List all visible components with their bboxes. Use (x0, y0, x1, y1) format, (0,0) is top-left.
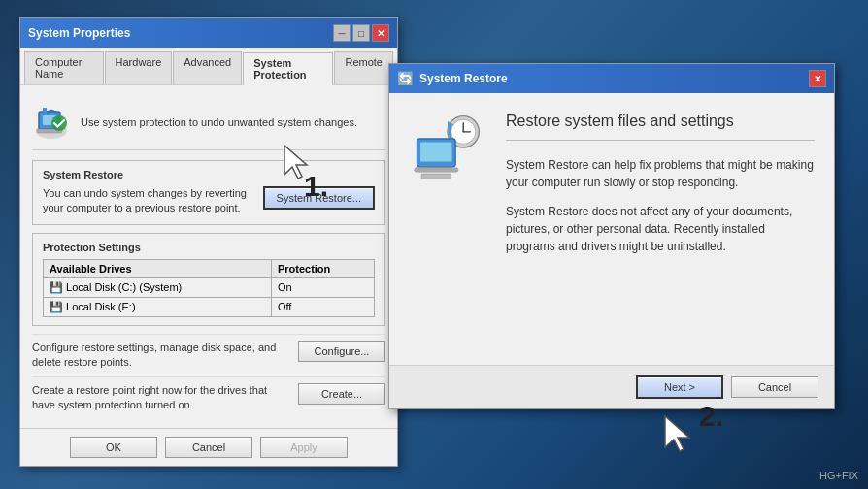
dialog-footer: OK Cancel Apply (20, 428, 397, 466)
restore-dialog-title: System Restore (419, 72, 508, 85)
ok-button[interactable]: OK (70, 437, 157, 458)
header-section: Use system protection to undo unwanted s… (32, 95, 385, 150)
tabs-bar: Computer Name Hardware Advanced System P… (20, 48, 397, 85)
system-restore-titlebar: 🔄 System Restore ✕ (389, 64, 834, 93)
restore-footer: Next > Cancel (389, 365, 834, 408)
table-row: 💾 Local Disk (E:) Off (44, 297, 375, 316)
disk-icon-2: 💾 (50, 301, 63, 312)
system-restore-button[interactable]: System Restore... (263, 186, 375, 210)
restore-computer-icon (413, 113, 483, 182)
restore-title-group: 🔄 System Restore (397, 71, 508, 86)
watermark: HG+FIX (819, 470, 858, 481)
svg-rect-16 (421, 174, 451, 179)
maximize-button[interactable]: □ (352, 24, 370, 42)
protection-2: Off (271, 297, 374, 316)
svg-rect-13 (420, 143, 451, 162)
system-restore-dialog: 🔄 System Restore ✕ (388, 63, 835, 409)
restore-title-icon: 🔄 (397, 71, 414, 86)
svg-marker-17 (665, 416, 689, 451)
protection-table: Available Drives Protection 💾 Local Disk… (43, 259, 375, 317)
restore-titlebar-controls: ✕ (809, 70, 826, 87)
create-text: Create a restore point right now for the… (32, 383, 290, 413)
restore-close-button[interactable]: ✕ (809, 70, 826, 87)
create-button[interactable]: Create... (298, 383, 385, 405)
restore-description: You can undo system changes by reverting… (43, 186, 255, 216)
titlebar-controls: ─ □ ✕ (333, 24, 389, 42)
shield-icon (32, 103, 71, 142)
restore-text-area: Restore system files and settings System… (506, 113, 815, 345)
dialog-content: Use system protection to undo unwanted s… (20, 85, 397, 428)
drive-1-name: Local Disk (C:) (System) (66, 281, 182, 293)
col-drives: Available Drives (44, 259, 272, 277)
minimize-button[interactable]: ─ (333, 24, 351, 42)
cursor-2-icon (660, 414, 703, 460)
protection-settings-section: Protection Settings Available Drives Pro… (32, 233, 385, 326)
protection-settings-title: Protection Settings (43, 242, 375, 253)
col-protection: Protection (271, 259, 374, 277)
table-row: 💾 Local Disk (C:) (System) On (44, 277, 375, 297)
cancel-button-restore[interactable]: Cancel (731, 376, 818, 398)
apply-button[interactable]: Apply (260, 437, 348, 458)
tab-system-protection[interactable]: System Protection (243, 52, 333, 85)
restore-button-container: System Restore... (263, 186, 375, 210)
system-restore-section: System Restore You can undo system chang… (32, 160, 385, 225)
restore-desc-2: System Restore does not affect any of yo… (506, 203, 815, 255)
cursor-arrow-2 (660, 414, 703, 457)
disk-icon: 💾 (50, 281, 63, 293)
header-text: Use system protection to undo unwanted s… (81, 116, 357, 128)
next-button[interactable]: Next > (636, 375, 723, 399)
restore-desc-1: System Restore can help fix problems tha… (506, 156, 815, 191)
svg-rect-15 (415, 168, 458, 173)
system-restore-title: System Restore (43, 169, 375, 180)
restore-heading: Restore system files and settings (506, 113, 815, 141)
create-row: Create a restore point right now for the… (32, 376, 385, 419)
drive-1: 💾 Local Disk (C:) (System) (44, 277, 272, 297)
cancel-button-props[interactable]: Cancel (165, 437, 252, 458)
system-properties-dialog: System Properties ─ □ ✕ Computer Name Ha… (19, 17, 398, 467)
system-properties-title: System Properties (28, 26, 130, 40)
restore-icon-area (409, 113, 486, 345)
configure-button[interactable]: Configure... (298, 341, 385, 362)
close-button[interactable]: ✕ (372, 24, 389, 42)
configure-row: Configure restore settings, manage disk … (32, 334, 385, 376)
restore-row: You can undo system changes by reverting… (43, 186, 375, 216)
protection-1: On (271, 277, 374, 297)
drive-2: 💾 Local Disk (E:) (44, 297, 272, 316)
drive-2-name: Local Disk (E:) (66, 301, 136, 312)
tab-remote[interactable]: Remote (334, 51, 393, 84)
configure-text: Configure restore settings, manage disk … (32, 341, 290, 371)
tab-hardware[interactable]: Hardware (105, 51, 173, 84)
system-properties-titlebar: System Properties ─ □ ✕ (20, 18, 397, 48)
tab-computer-name[interactable]: Computer Name (24, 51, 104, 84)
tab-advanced[interactable]: Advanced (173, 51, 242, 84)
restore-body: Restore system files and settings System… (389, 93, 834, 365)
